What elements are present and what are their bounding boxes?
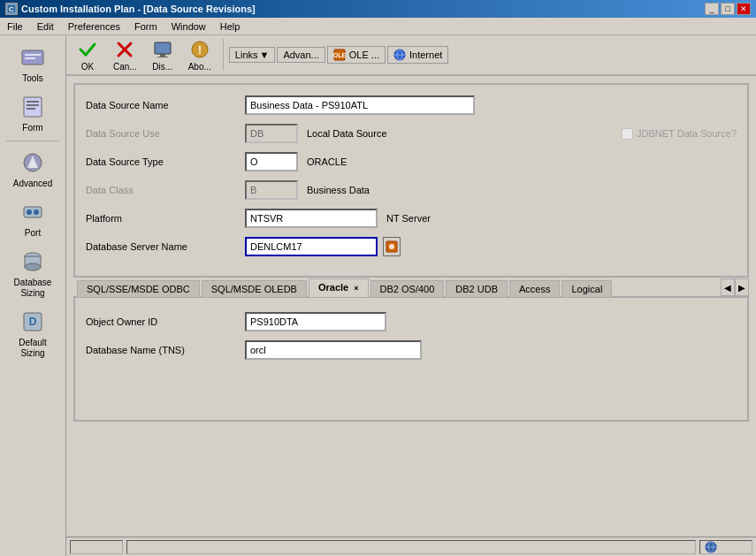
links-dropdown-icon: ▼ [260, 50, 270, 60]
data-class-field-group: Business Data [245, 180, 370, 200]
menu-preferences[interactable]: Preferences [65, 20, 124, 33]
database-server-name-label: Database Server Name [86, 241, 245, 252]
ole-label: OLE ... [349, 50, 379, 60]
sidebar-item-tools[interactable]: Tools [4, 39, 62, 88]
tab-db2-udb-label: DB2 UDB [455, 284, 498, 294]
tab-sql-sse-label: SQL/SSE/MSDE ODBC [87, 284, 190, 294]
advan-button[interactable]: Advan... [277, 47, 325, 63]
svg-rect-8 [27, 108, 35, 110]
sidebar: Tools Form Advanced [0, 35, 66, 556]
platform-input[interactable] [245, 209, 378, 228]
ole-button[interactable]: OLE OLE ... [327, 46, 386, 64]
database-name-tns-input[interactable] [245, 340, 422, 360]
internet-button[interactable]: Internet [387, 46, 448, 64]
advan-label: Advan... [283, 50, 318, 60]
sidebar-item-database-sizing[interactable]: DatabaseSizing [4, 243, 62, 303]
ok-label: OK [81, 62, 94, 72]
sidebar-item-form[interactable]: Form [4, 88, 62, 138]
object-owner-id-input[interactable] [245, 312, 386, 331]
svg-text:OLE: OLE [333, 52, 346, 58]
tab-access[interactable]: Access [509, 280, 560, 297]
sidebar-item-advanced[interactable]: Advanced [4, 144, 62, 194]
data-source-type-field-group: ORACLE [245, 152, 347, 171]
menu-window[interactable]: Window [168, 20, 210, 33]
about-icon: ! [189, 39, 210, 60]
cancel-button[interactable]: Can... [107, 36, 143, 74]
tab-oracle-label: Oracle [318, 282, 348, 293]
sidebar-item-port[interactable]: Port [4, 194, 62, 243]
data-source-name-field-group [245, 95, 475, 115]
maximize-btn[interactable]: □ [721, 3, 735, 15]
tab-logical-label: Logical [571, 284, 602, 294]
title-text: Custom Installation Plan - [Data Source … [21, 4, 256, 14]
status-bar [66, 537, 756, 556]
data-source-name-row: Data Source Name [86, 95, 737, 115]
sidebar-item-default-sizing[interactable]: D DefaultSizing [4, 303, 62, 363]
data-source-use-label: Data Source Use [86, 128, 245, 139]
status-section-globe [699, 540, 752, 554]
database-server-name-input[interactable] [245, 237, 378, 256]
status-section-2 [126, 540, 696, 554]
menu-bar: File Edit Preferences Form Window Help [0, 18, 756, 35]
data-source-name-input[interactable] [245, 95, 475, 115]
menu-help[interactable]: Help [217, 20, 244, 33]
tab-strip: SQL/SSE/MSDE ODBC SQL/MSDE OLEDB Oracle … [73, 278, 749, 298]
ole-icon-img: OLE [333, 49, 346, 61]
internet-icon [393, 49, 406, 61]
data-source-type-label: Data Source Type [86, 156, 245, 167]
database-server-name-row: Database Server Name [86, 237, 737, 256]
close-btn[interactable]: ✕ [737, 3, 751, 15]
about-label: Abo... [188, 62, 211, 72]
tab-oracle[interactable]: Oracle × [309, 278, 369, 297]
display-icon [152, 39, 173, 60]
toolbar-separator [223, 39, 224, 71]
data-source-name-label: Data Source Name [86, 100, 245, 110]
sub-form-panel: Object Owner ID Database Name (TNS) [73, 298, 749, 422]
tab-db2-udb[interactable]: DB2 UDB [446, 280, 508, 297]
links-button[interactable]: Links ▼ [229, 47, 276, 63]
platform-field-group: NT Server [245, 209, 431, 228]
display-button[interactable]: Dis... [145, 36, 180, 74]
title-bar: C Custom Installation Plan - [Data Sourc… [0, 0, 756, 18]
tools-label: Tools [22, 73, 42, 84]
data-class-label: Data Class [86, 185, 245, 195]
menu-edit[interactable]: Edit [34, 20, 57, 33]
svg-text:C: C [9, 5, 14, 13]
cancel-icon [114, 39, 135, 60]
display-label: Dis... [152, 62, 172, 72]
svg-point-16 [25, 263, 41, 270]
tools-icon [19, 43, 47, 72]
database-sizing-icon [19, 248, 47, 276]
tab-scroll-right[interactable]: ▶ [735, 278, 749, 296]
content-area: OK Can... D [66, 35, 756, 556]
tab-sql-sse[interactable]: SQL/SSE/MSDE ODBC [77, 280, 200, 297]
data-source-type-code-input[interactable] [245, 152, 298, 171]
svg-rect-3 [25, 54, 41, 56]
tab-access-label: Access [519, 284, 550, 294]
port-label: Port [25, 228, 41, 239]
jdbnet-checkbox [622, 128, 633, 140]
about-button[interactable]: ! Abo... [182, 36, 218, 74]
tab-sql-msde[interactable]: SQL/MSDE OLEDB [202, 280, 307, 297]
tab-db2-os400-label: DB2 OS/400 [380, 284, 435, 294]
form-label: Form [22, 123, 42, 133]
data-source-use-row: Data Source Use Local Data Source JDBNET… [86, 124, 737, 143]
tab-logical[interactable]: Logical [561, 280, 612, 297]
svg-text:!: ! [198, 44, 202, 57]
internet-label: Internet [409, 50, 442, 60]
sidebar-divider-1 [6, 141, 59, 141]
data-class-value: Business Data [307, 185, 370, 195]
tab-scroll-left[interactable]: ◀ [721, 278, 735, 296]
data-source-use-code-input [245, 124, 298, 143]
ok-button[interactable]: OK [70, 36, 105, 74]
database-server-name-field-group [245, 237, 401, 256]
title-controls: _ □ ✕ [705, 3, 751, 15]
menu-form[interactable]: Form [131, 20, 161, 33]
tab-db2-os400[interactable]: DB2 OS/400 [370, 280, 445, 297]
cancel-label: Can... [113, 62, 137, 72]
minimize-btn[interactable]: _ [705, 3, 719, 15]
menu-file[interactable]: File [4, 20, 27, 33]
database-server-browse-btn[interactable] [383, 237, 401, 256]
data-source-use-field-group: Local Data Source [245, 124, 387, 143]
data-source-type-row: Data Source Type ORACLE [86, 152, 737, 171]
